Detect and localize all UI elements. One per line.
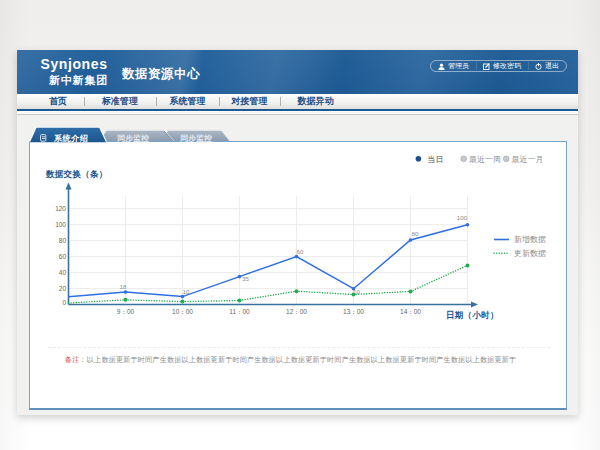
svg-text:40: 40 (59, 269, 67, 276)
svg-text:日期（小时）: 日期（小时） (446, 310, 499, 320)
svg-text:60: 60 (59, 253, 67, 260)
svg-text:80: 80 (59, 237, 67, 244)
svg-text:数据交换（条）: 数据交换（条） (45, 169, 108, 179)
svg-text:60: 60 (297, 248, 304, 255)
svg-text:12：00: 12：00 (286, 308, 307, 315)
svg-text:20: 20 (59, 285, 67, 292)
svg-text:80: 80 (412, 230, 419, 237)
svg-text:10：00: 10：00 (172, 308, 193, 315)
svg-text:10: 10 (183, 288, 190, 295)
svg-text:10: 10 (353, 288, 360, 295)
svg-text:最近一周: 最近一周 (469, 155, 501, 164)
svg-text:9：00: 9：00 (117, 308, 135, 315)
svg-text:100: 100 (457, 214, 468, 221)
svg-text:35: 35 (242, 275, 249, 282)
svg-text:120: 120 (55, 205, 66, 212)
svg-text:18: 18 (120, 283, 127, 290)
svg-text:14：00: 14：00 (400, 308, 421, 315)
svg-text:100: 100 (55, 221, 66, 228)
svg-text:0: 0 (62, 299, 66, 306)
svg-text:当日: 当日 (428, 155, 444, 164)
svg-text:更新数据: 更新数据 (514, 249, 546, 258)
svg-text:最近一月: 最近一月 (512, 155, 544, 164)
svg-text:11：00: 11：00 (229, 308, 250, 315)
svg-text:新增数据: 新增数据 (514, 235, 546, 244)
svg-text:13：00: 13：00 (343, 308, 364, 315)
